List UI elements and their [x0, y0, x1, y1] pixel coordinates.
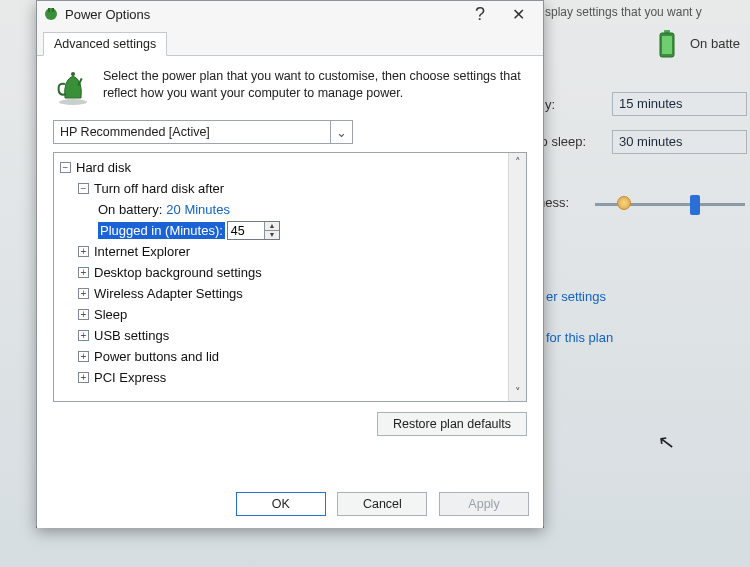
- apply-button: Apply: [439, 492, 529, 516]
- power-settings-link[interactable]: er settings: [546, 289, 606, 304]
- bg-heading-fragment: splay settings that you want y: [545, 5, 702, 19]
- svg-rect-2: [662, 36, 672, 54]
- spinner-down[interactable]: ▼: [265, 231, 279, 239]
- display-timeout-dropdown[interactable]: 15 minutes: [612, 92, 747, 116]
- tree-wireless-adapter[interactable]: Wireless Adapter Settings: [94, 286, 243, 301]
- dialog-title: Power Options: [65, 7, 461, 22]
- expand-icon[interactable]: +: [78, 330, 89, 341]
- help-button[interactable]: ?: [461, 4, 499, 25]
- svg-rect-4: [48, 8, 50, 12]
- ok-button[interactable]: OK: [236, 492, 326, 516]
- tree-turn-off-hard-disk[interactable]: Turn off hard disk after: [94, 181, 224, 196]
- tree-usb-settings[interactable]: USB settings: [94, 328, 169, 343]
- expand-icon[interactable]: +: [78, 267, 89, 278]
- battery-icon: [658, 30, 676, 58]
- cursor-icon: ↖: [656, 429, 676, 455]
- kettle-power-icon: [53, 68, 93, 108]
- plugged-in-spinner[interactable]: ▲ ▼: [227, 221, 280, 240]
- spinner-up[interactable]: ▲: [265, 222, 279, 231]
- bg-row2-label: to sleep:: [537, 134, 586, 149]
- chevron-down-icon: ⌄: [330, 121, 352, 143]
- svg-point-3: [45, 8, 57, 20]
- restore-defaults-button[interactable]: Restore plan defaults: [377, 412, 527, 436]
- tree-power-buttons-lid[interactable]: Power buttons and lid: [94, 349, 219, 364]
- tree-sleep[interactable]: Sleep: [94, 307, 127, 322]
- power-plug-icon: [43, 6, 59, 22]
- settings-tree: − Hard disk − Turn off hard disk after O…: [53, 152, 527, 402]
- expand-icon[interactable]: +: [78, 372, 89, 383]
- cancel-button[interactable]: Cancel: [337, 492, 427, 516]
- on-battery-value[interactable]: 20 Minutes: [166, 202, 230, 217]
- sun-icon: [617, 196, 631, 210]
- collapse-icon[interactable]: −: [60, 162, 71, 173]
- tree-scrollbar[interactable]: ˄ ˅: [508, 153, 526, 401]
- dialog-client-area: Select the power plan that you want to c…: [37, 56, 543, 528]
- collapse-icon[interactable]: −: [78, 183, 89, 194]
- tree-internet-explorer[interactable]: Internet Explorer: [94, 244, 190, 259]
- power-options-dialog: Power Options ? ✕ Advanced settings Sele…: [36, 0, 544, 528]
- brightness-slider[interactable]: [595, 196, 745, 212]
- plugged-in-label[interactable]: Plugged in (Minutes):: [98, 222, 225, 239]
- restore-defaults-plan-link[interactable]: for this plan: [546, 330, 613, 345]
- power-plan-selected: HP Recommended [Active]: [54, 125, 330, 139]
- tabstrip: Advanced settings: [37, 27, 543, 56]
- tab-advanced-settings[interactable]: Advanced settings: [43, 32, 167, 56]
- power-plan-select[interactable]: HP Recommended [Active] ⌄: [53, 120, 353, 144]
- svg-point-6: [59, 99, 87, 105]
- close-button[interactable]: ✕: [499, 5, 537, 24]
- svg-rect-5: [52, 8, 54, 12]
- bg-row1-label: y:: [545, 97, 555, 112]
- tree-hard-disk[interactable]: Hard disk: [76, 160, 131, 175]
- on-battery-label[interactable]: On battery:: [98, 202, 162, 217]
- tree-desktop-background[interactable]: Desktop background settings: [94, 265, 262, 280]
- scroll-down-icon[interactable]: ˅: [509, 383, 526, 401]
- svg-point-7: [71, 72, 75, 76]
- intro-text: Select the power plan that you want to c…: [103, 68, 527, 108]
- expand-icon[interactable]: +: [78, 309, 89, 320]
- scroll-up-icon[interactable]: ˄: [509, 153, 526, 171]
- sleep-timeout-dropdown[interactable]: 30 minutes: [612, 130, 747, 154]
- expand-icon[interactable]: +: [78, 351, 89, 362]
- plugged-in-value-input[interactable]: [228, 222, 264, 239]
- expand-icon[interactable]: +: [78, 246, 89, 257]
- tree-pci-express[interactable]: PCI Express: [94, 370, 166, 385]
- expand-icon[interactable]: +: [78, 288, 89, 299]
- on-battery-header: On batte: [690, 36, 740, 51]
- titlebar: Power Options ? ✕: [37, 1, 543, 27]
